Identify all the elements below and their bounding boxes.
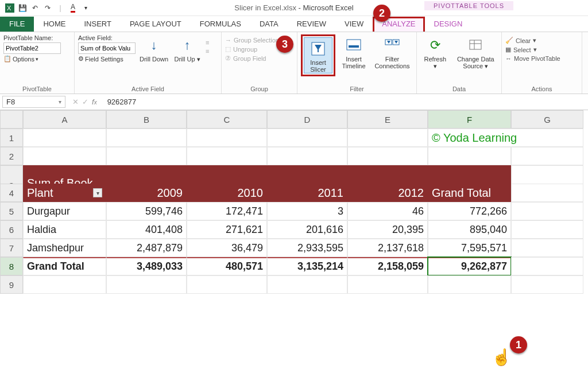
col-header[interactable]: D: [267, 110, 347, 129]
cell[interactable]: [347, 129, 428, 147]
tab-page-layout[interactable]: PAGE LAYOUT: [121, 17, 191, 32]
cell[interactable]: [23, 129, 106, 147]
cell[interactable]: [187, 147, 267, 165]
row-header[interactable]: 9: [0, 275, 23, 294]
save-icon[interactable]: 💾: [16, 2, 29, 14]
filter-connections-button[interactable]: Filter Connections: [372, 34, 412, 69]
col-header[interactable]: A: [23, 110, 106, 129]
pivot-value[interactable]: 2,933,595: [267, 239, 347, 257]
cell[interactable]: [511, 257, 583, 275]
cell[interactable]: [187, 129, 267, 147]
tab-home[interactable]: HOME: [34, 17, 75, 32]
pivot-value[interactable]: 401,408: [106, 220, 187, 239]
cell[interactable]: [267, 147, 347, 165]
pivot-year-header[interactable]: 2012: [347, 184, 428, 202]
cell[interactable]: [187, 275, 267, 294]
pivot-year-header[interactable]: 2011: [267, 184, 347, 202]
col-header[interactable]: B: [106, 110, 187, 129]
name-box[interactable]: F8▾: [2, 96, 65, 108]
pivot-value[interactable]: 20,395: [347, 220, 428, 239]
cell[interactable]: [347, 147, 428, 165]
clear-button[interactable]: 🧹 Clear ▾: [505, 37, 560, 44]
cell[interactable]: [511, 220, 583, 239]
pivot-value[interactable]: 271,621: [187, 220, 267, 239]
pivot-year-header[interactable]: 2009: [106, 184, 187, 202]
pivot-year-header[interactable]: 2010: [187, 184, 267, 202]
pivot-grand-value[interactable]: 3,135,214: [267, 257, 347, 275]
tab-insert[interactable]: INSERT: [75, 17, 120, 32]
cell[interactable]: [347, 275, 428, 294]
drill-down-button[interactable]: ↓ Drill Down: [139, 34, 169, 63]
cell[interactable]: [106, 275, 187, 294]
pivot-value[interactable]: 599,746: [106, 202, 187, 220]
fx-icon[interactable]: fx: [92, 98, 97, 106]
col-header[interactable]: F: [428, 110, 511, 129]
tab-review[interactable]: REVIEW: [288, 17, 335, 32]
cell[interactable]: [106, 129, 187, 147]
pivot-row-label[interactable]: Durgapur: [23, 202, 106, 220]
cell[interactable]: [428, 147, 511, 165]
active-field-input[interactable]: [78, 42, 136, 54]
cell[interactable]: [23, 275, 106, 294]
insert-slicer-button[interactable]: Insert Slicer: [304, 37, 332, 73]
pivot-value[interactable]: 3: [267, 202, 347, 220]
font-color-icon[interactable]: A: [67, 2, 79, 14]
row-header[interactable]: 4: [0, 184, 23, 202]
filter-dropdown-icon[interactable]: ▾: [93, 188, 102, 197]
pivot-grand-value[interactable]: 3,489,033: [106, 257, 187, 275]
col-header[interactable]: C: [187, 110, 267, 129]
tab-formulas[interactable]: FORMULAS: [191, 17, 250, 32]
cell[interactable]: [511, 275, 583, 294]
field-settings-button[interactable]: ⚙ Field Settings: [78, 55, 136, 63]
cell[interactable]: [511, 202, 583, 220]
refresh-button[interactable]: ⟳ Refresh▾: [420, 34, 450, 69]
pivot-name-input[interactable]: [3, 42, 61, 54]
select-all-corner[interactable]: [0, 110, 23, 129]
pivot-value[interactable]: 2,137,618: [347, 239, 428, 257]
drill-up-button[interactable]: ↑ Drill Up ▾: [172, 34, 202, 63]
cell[interactable]: [511, 147, 583, 165]
row-header[interactable]: 1: [0, 129, 23, 147]
cell[interactable]: [267, 129, 347, 147]
pivot-grand-total-row[interactable]: Grand Total: [23, 257, 106, 275]
change-data-source-button[interactable]: Change Data Source ▾: [454, 34, 498, 69]
pivot-value[interactable]: 36,479: [187, 239, 267, 257]
select-button[interactable]: ▦ Select ▾: [505, 46, 560, 53]
pivot-grand-value[interactable]: 480,571: [187, 257, 267, 275]
worksheet-grid[interactable]: A B C D E F G 1 © Yoda Learning 2 3 Sum …: [0, 110, 588, 294]
pivot-row-label[interactable]: Jamshedpur: [23, 239, 106, 257]
col-header[interactable]: G: [511, 110, 583, 129]
options-button[interactable]: 📋 Options▾: [3, 55, 61, 63]
cell[interactable]: [511, 184, 583, 202]
cell[interactable]: [106, 147, 187, 165]
pivot-value[interactable]: 7,595,571: [428, 239, 511, 257]
tab-data[interactable]: DATA: [250, 17, 288, 32]
enter-icon[interactable]: ✓: [82, 98, 88, 106]
row-header[interactable]: 2: [0, 147, 23, 165]
row-header[interactable]: 5: [0, 202, 23, 220]
undo-icon[interactable]: ↶: [29, 2, 41, 14]
pivot-row-field[interactable]: Plant ▾: [23, 184, 106, 202]
pivot-value[interactable]: 895,040: [428, 220, 511, 239]
chevron-down-icon[interactable]: ▾: [79, 2, 92, 14]
formula-value[interactable]: 9262877: [102, 98, 137, 106]
row-header[interactable]: 7: [0, 239, 23, 257]
cell[interactable]: [23, 147, 106, 165]
pivot-value[interactable]: 2,487,879: [106, 239, 187, 257]
cancel-icon[interactable]: ✕: [72, 98, 79, 106]
row-header[interactable]: 8: [0, 257, 23, 275]
pivot-grand-value[interactable]: 2,158,059: [347, 257, 428, 275]
pivot-grand-total-col[interactable]: Grand Total: [428, 184, 511, 202]
pivot-value[interactable]: 201,616: [267, 220, 347, 239]
pivot-row-label[interactable]: Haldia: [23, 220, 106, 239]
pivot-value[interactable]: 772,266: [428, 202, 511, 220]
tab-view[interactable]: VIEW: [335, 17, 373, 32]
pivot-value[interactable]: 172,471: [187, 202, 267, 220]
active-cell[interactable]: 9,262,877: [428, 257, 511, 275]
tab-file[interactable]: FILE: [0, 17, 34, 32]
redo-icon[interactable]: ↷: [41, 2, 54, 14]
row-header[interactable]: 6: [0, 220, 23, 239]
cell[interactable]: [267, 275, 347, 294]
cell[interactable]: [428, 275, 511, 294]
cell[interactable]: [511, 239, 583, 257]
